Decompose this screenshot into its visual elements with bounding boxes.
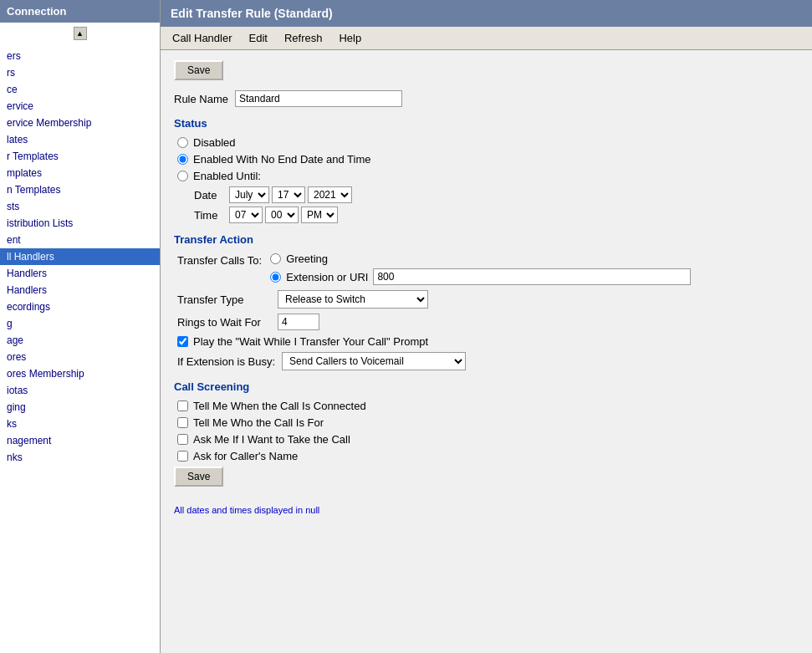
sidebar-item[interactable]: ging <box>0 399 160 416</box>
status-enabled-until-label: Enabled Until: <box>193 170 261 182</box>
extension-radio[interactable] <box>270 272 281 283</box>
sidebar-item[interactable]: ent <box>0 232 160 248</box>
sidebar-item[interactable]: istribution Lists <box>0 215 160 232</box>
sidebar-item[interactable]: sts <box>0 198 160 215</box>
sidebar-item[interactable]: ervice Membership <box>0 115 160 131</box>
status-disabled-row: Disabled <box>177 136 799 149</box>
sidebar-scroll-up[interactable]: ▲ <box>74 27 87 40</box>
content-area: Save Rule Name Status Disabled Enabled W… <box>161 50 812 653</box>
date-month-select[interactable]: July <box>229 186 269 203</box>
screening-item-0: Tell Me When the Call Is Connected <box>177 400 799 412</box>
status-enabled-until-row: Enabled Until: <box>177 170 799 182</box>
sidebar-item[interactable]: rs <box>0 64 160 81</box>
screening-label-2: Ask Me If I Want to Take the Call <box>193 433 350 446</box>
transfer-calls-to-label: Transfer Calls To: <box>177 253 262 267</box>
sidebar-item[interactable]: lates <box>0 131 160 148</box>
time-minute-select[interactable]: 00 <box>265 207 299 223</box>
time-row: Time 07 00 AM PM <box>194 207 799 223</box>
sidebar-header: Connection <box>0 0 160 23</box>
menu-item-call-handler[interactable]: Call Handler <box>164 28 241 48</box>
transfer-type-select[interactable]: Release to Switch Supervised Transfer Bl… <box>278 290 428 309</box>
sidebar-item[interactable]: age <box>0 332 160 349</box>
screening-label-3: Ask for Caller's Name <box>193 450 298 462</box>
screening-item-2: Ask Me If I Want to Take the Call <box>177 433 799 446</box>
time-hour-select[interactable]: 07 <box>229 207 263 223</box>
greeting-label: Greeting <box>286 253 328 265</box>
screening-items: Tell Me When the Call Is ConnectedTell M… <box>174 400 799 462</box>
screening-item-3: Ask for Caller's Name <box>177 450 799 462</box>
sidebar-item[interactable]: Handlers <box>0 282 160 298</box>
status-enabled-no-end-row: Enabled With No End Date and Time <box>177 153 799 166</box>
rule-name-row: Rule Name <box>174 90 799 107</box>
sidebar-item[interactable]: ores Membership <box>0 365 160 382</box>
call-screening-header: Call Screening <box>174 380 799 393</box>
sidebar-item[interactable]: nks <box>0 449 160 466</box>
sidebar-item[interactable]: ores <box>0 349 160 365</box>
menu-item-refresh[interactable]: Refresh <box>276 28 331 48</box>
status-disabled-label: Disabled <box>193 136 236 149</box>
sidebar: Connection ▲ ersrsceerviceervice Members… <box>0 0 161 653</box>
screening-checkbox-2[interactable] <box>177 434 188 445</box>
status-enabled-no-end-radio[interactable] <box>177 154 188 165</box>
transfer-calls-to-row: Transfer Calls To: Greeting Extension or… <box>177 253 799 285</box>
status-enabled-until-radio[interactable] <box>177 171 188 181</box>
sidebar-item[interactable]: r Templates <box>0 148 160 165</box>
sidebar-item[interactable]: ers <box>0 48 160 64</box>
rings-row: Rings to Wait For <box>177 314 799 330</box>
rings-label: Rings to Wait For <box>177 316 269 329</box>
menu-item-help[interactable]: Help <box>330 28 370 48</box>
date-year-select[interactable]: 2021 <box>308 186 352 203</box>
extension-uri-label: Extension or URI <box>286 271 368 283</box>
sidebar-item[interactable]: mplates <box>0 165 160 181</box>
if-busy-select[interactable]: Send Callers to Voicemail Take a Message… <box>282 352 466 370</box>
menu-bar: Call HandlerEditRefreshHelp <box>161 27 812 50</box>
sidebar-item[interactable]: n Templates <box>0 181 160 198</box>
footer-note: All dates and times displayed in null <box>174 505 799 515</box>
sidebar-item[interactable]: ll Handlers <box>0 248 160 265</box>
date-label: Date <box>194 189 224 202</box>
sidebar-item[interactable]: ervice <box>0 98 160 115</box>
sidebar-items: ersrsceerviceervice Membershiplatesr Tem… <box>0 44 160 653</box>
rule-name-label: Rule Name <box>174 93 228 105</box>
transfer-calls-to-options: Greeting Extension or URI <box>270 253 691 285</box>
status-disabled-radio[interactable] <box>177 137 188 148</box>
status-enabled-no-end-label: Enabled With No End Date and Time <box>193 153 370 166</box>
screening-checkbox-0[interactable] <box>177 400 188 411</box>
transfer-type-label: Transfer Type <box>177 293 269 306</box>
sidebar-item[interactable]: nagement <box>0 432 160 449</box>
screening-checkbox-1[interactable] <box>177 417 188 428</box>
rule-name-input[interactable] <box>235 90 402 107</box>
extension-option-row: Extension or URI <box>270 268 691 285</box>
sidebar-item[interactable]: ce <box>0 81 160 98</box>
date-row: Date July 17 2021 <box>194 186 799 203</box>
play-prompt-checkbox[interactable] <box>177 336 188 347</box>
screening-item-1: Tell Me Who the Call Is For <box>177 416 799 429</box>
play-prompt-label: Play the "Wait While I Transfer Your Cal… <box>193 335 428 348</box>
save-button-top[interactable]: Save <box>174 60 223 80</box>
screening-label-1: Tell Me Who the Call Is For <box>193 416 324 429</box>
time-label: Time <box>194 209 224 222</box>
greeting-radio[interactable] <box>270 253 281 264</box>
play-prompt-row: Play the "Wait While I Transfer Your Cal… <box>177 335 799 348</box>
menu-item-edit[interactable]: Edit <box>241 28 276 48</box>
sidebar-item[interactable]: g <box>0 315 160 332</box>
transfer-type-row: Transfer Type Release to Switch Supervis… <box>177 290 799 309</box>
rings-input[interactable] <box>278 314 319 330</box>
extension-input[interactable] <box>373 268 691 285</box>
if-busy-row: If Extension is Busy: Send Callers to Vo… <box>177 352 799 370</box>
sidebar-item[interactable]: ks <box>0 416 160 432</box>
main-panel: Edit Transfer Rule (Standard) Call Handl… <box>161 0 812 653</box>
title-bar: Edit Transfer Rule (Standard) <box>161 0 812 27</box>
sidebar-item[interactable]: Handlers <box>0 265 160 282</box>
status-header: Status <box>174 117 799 130</box>
if-busy-label: If Extension is Busy: <box>177 355 275 368</box>
sidebar-item[interactable]: ecordings <box>0 298 160 315</box>
date-day-select[interactable]: 17 <box>272 186 305 203</box>
sidebar-item[interactable]: iotas <box>0 382 160 399</box>
screening-label-0: Tell Me When the Call Is Connected <box>193 400 366 412</box>
save-button-bottom[interactable]: Save <box>174 467 223 487</box>
screening-checkbox-3[interactable] <box>177 451 188 462</box>
transfer-action-header: Transfer Action <box>174 233 799 246</box>
greeting-option-row: Greeting <box>270 253 691 265</box>
time-ampm-select[interactable]: AM PM <box>301 207 338 223</box>
